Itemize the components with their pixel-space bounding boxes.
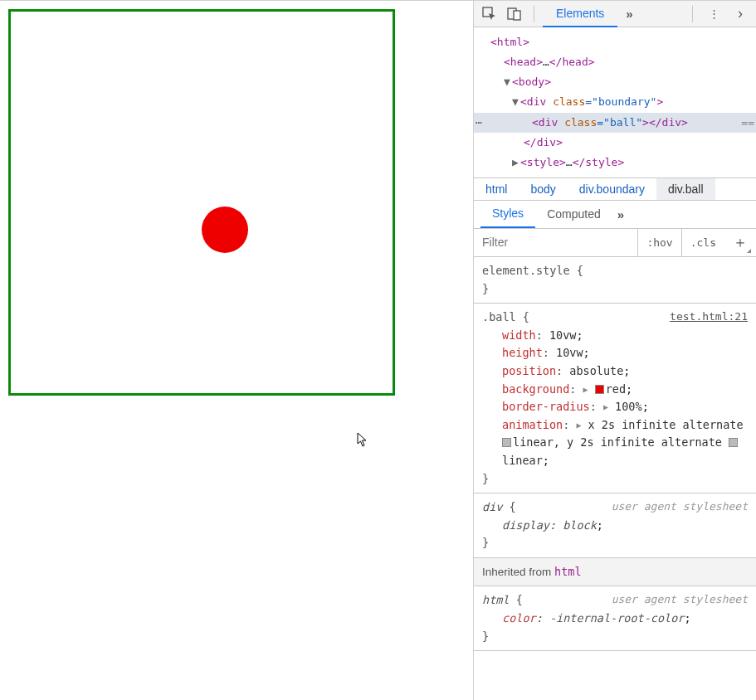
inspect-element-icon[interactable] bbox=[479, 3, 500, 25]
dom-tree[interactable]: <html> <head>…</head> ▼<body> ▼<div clas… bbox=[474, 27, 756, 177]
mouse-cursor-icon bbox=[357, 432, 368, 447]
ua-stylesheet-label: user agent stylesheet bbox=[612, 591, 748, 609]
chevron-right-icon[interactable]: › bbox=[729, 3, 751, 25]
ua-stylesheet-label: user agent stylesheet bbox=[612, 498, 748, 516]
svg-rect-2 bbox=[514, 11, 520, 20]
color-swatch-icon[interactable] bbox=[595, 385, 604, 394]
styles-pane[interactable]: element.style { } test.html:21 .ball { w… bbox=[474, 257, 756, 700]
expand-shorthand-icon[interactable]: ▶ bbox=[583, 383, 588, 396]
more-tabs-icon[interactable]: » bbox=[621, 7, 637, 21]
dom-node-html[interactable]: <html> bbox=[474, 32, 756, 52]
source-link[interactable]: test.html:21 bbox=[670, 309, 748, 326]
expand-shorthand-icon[interactable]: ▶ bbox=[603, 401, 608, 414]
chevron-down-icon[interactable]: ▼ bbox=[512, 94, 520, 110]
decl-height[interactable]: height: 10vw; bbox=[482, 344, 748, 362]
crumb-div-boundary[interactable]: div.boundary bbox=[568, 178, 656, 200]
styles-subtabs: Styles Computed » bbox=[474, 201, 756, 229]
inherited-label: Inherited from bbox=[482, 566, 554, 578]
selector-html: html bbox=[482, 593, 510, 606]
hov-toggle[interactable]: :hov bbox=[638, 229, 681, 256]
toolbar-separator bbox=[534, 6, 534, 22]
decl-animation[interactable]: animation: ▶ x 2s infinite alternate lin… bbox=[482, 416, 748, 470]
decl-background[interactable]: background: ▶ red; bbox=[482, 381, 748, 399]
device-toolbar-icon[interactable] bbox=[504, 3, 525, 25]
inherited-source[interactable]: html bbox=[554, 565, 582, 578]
decl-border-radius[interactable]: border-radius: ▶ 100%; bbox=[482, 398, 748, 416]
dom-node-style[interactable]: ▶<style>…</style> bbox=[474, 153, 756, 173]
dom-node-body[interactable]: ▼<body> bbox=[474, 72, 756, 92]
chevron-right-icon[interactable]: ▶ bbox=[512, 154, 520, 171]
decl-color[interactable]: color: -internal-root-color; bbox=[482, 610, 748, 628]
styles-filter-row: :hov .cls ＋ bbox=[474, 229, 756, 257]
devtools-toolbar: Elements » ⋮ › bbox=[474, 1, 756, 27]
expand-shorthand-icon[interactable]: ▶ bbox=[576, 419, 581, 432]
subtab-styles[interactable]: Styles bbox=[480, 200, 535, 228]
styles-filter-input[interactable] bbox=[474, 229, 638, 256]
bezier-swatch-icon[interactable] bbox=[502, 438, 511, 447]
dom-node-div-close[interactable]: </div> bbox=[474, 133, 756, 153]
rule-html-ua[interactable]: user agent stylesheet html { color: -int… bbox=[474, 586, 756, 651]
decl-display[interactable]: display: block; bbox=[482, 517, 748, 535]
crumb-html[interactable]: html bbox=[474, 178, 519, 200]
devtools-panel: Elements » ⋮ › <html> <head>…</head> ▼<b… bbox=[474, 0, 756, 700]
toolbar-separator bbox=[692, 6, 693, 22]
more-subtabs-icon[interactable]: » bbox=[612, 207, 629, 221]
subtab-computed[interactable]: Computed bbox=[535, 200, 612, 228]
red-ball bbox=[202, 207, 248, 253]
decl-width[interactable]: width: 10vw; bbox=[482, 327, 748, 345]
dom-node-head[interactable]: <head>…</head> bbox=[474, 52, 756, 72]
cls-toggle[interactable]: .cls bbox=[682, 229, 724, 256]
decl-position[interactable]: position: absolute; bbox=[482, 362, 748, 381]
rule-element-style[interactable]: element.style { } bbox=[474, 257, 756, 304]
selector-div: div bbox=[482, 500, 502, 513]
tab-elements[interactable]: Elements bbox=[543, 1, 617, 27]
dom-node-div-boundary[interactable]: ▼<div class="boundary"> bbox=[474, 92, 756, 112]
crumb-div-ball[interactable]: div.ball bbox=[656, 178, 715, 200]
rule-ball[interactable]: test.html:21 .ball { width: 10vw; height… bbox=[474, 304, 756, 493]
rendered-page-pane bbox=[0, 0, 474, 700]
bezier-swatch-icon[interactable] bbox=[729, 438, 738, 447]
crumb-body[interactable]: body bbox=[519, 178, 567, 200]
chevron-down-icon[interactable]: ▼ bbox=[504, 74, 512, 90]
dom-node-div-ball[interactable]: <div class="ball"></div> bbox=[474, 113, 756, 133]
kebab-menu-icon[interactable]: ⋮ bbox=[703, 3, 724, 25]
selector-element-style: element.style bbox=[482, 264, 570, 277]
new-style-rule-button[interactable]: ＋ bbox=[724, 229, 756, 256]
selector-ball[interactable]: .ball bbox=[482, 310, 516, 323]
boundary-box bbox=[8, 9, 395, 396]
breadcrumb: html body div.boundary div.ball bbox=[474, 177, 756, 201]
rule-div-ua[interactable]: user agent stylesheet div { display: blo… bbox=[474, 493, 756, 558]
inherited-from-header: Inherited from html bbox=[474, 558, 756, 587]
